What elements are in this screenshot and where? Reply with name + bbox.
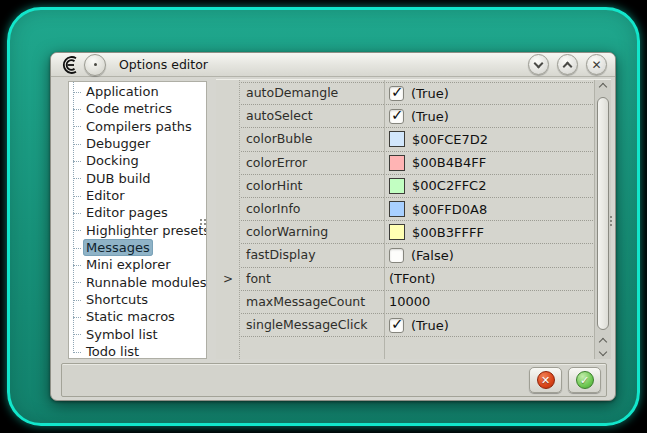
sidebar-item-symbol-list[interactable]: Symbol list [69, 326, 206, 343]
shade-button[interactable] [528, 54, 549, 75]
property-value-text: $00B4B4FF [412, 155, 486, 170]
cancel-button[interactable]: ✕ [529, 367, 562, 393]
property-values-column: (True)(True)$00FCE7D2$00B4B4FF$00C2FFC2$… [386, 80, 593, 359]
sidebar-item-dub-build[interactable]: DUB build [69, 170, 206, 187]
property-checkbox[interactable] [389, 86, 404, 101]
property-color-swatch[interactable] [389, 201, 405, 217]
unshade-button[interactable] [557, 54, 578, 75]
property-names-column: autoDemangleautoSelectcolorBublecolorErr… [241, 80, 384, 359]
property-value[interactable]: $00B3FFFF [386, 221, 593, 244]
property-name[interactable]: colorHint [241, 175, 384, 198]
accept-check-icon: ✓ [576, 371, 594, 389]
window-menu-dot-icon [94, 63, 97, 66]
property-name[interactable]: colorInfo [241, 198, 384, 221]
selected-row-marker-icon: > [216, 268, 240, 291]
sidebar-item-label: Editor [83, 188, 127, 203]
property-grid: > autoDemangleautoSelectcolorBublecolorE… [216, 79, 611, 359]
sidebar-item-compilers-paths[interactable]: Compilers paths [69, 118, 206, 135]
property-value[interactable]: (True) [386, 105, 593, 128]
sidebar-item-label: Compilers paths [83, 119, 195, 134]
property-color-swatch[interactable] [389, 224, 405, 240]
sidebar-item-label: Docking [83, 153, 142, 168]
scroll-down-icon[interactable] [599, 348, 607, 356]
property-color-swatch[interactable] [389, 155, 405, 171]
scrollbar-thumb[interactable] [597, 97, 609, 330]
close-button[interactable]: ✕ [586, 54, 607, 75]
sidebar-item-mini-explorer[interactable]: Mini explorer [69, 256, 206, 273]
property-value[interactable]: $00FCE7D2 [386, 128, 593, 151]
property-value[interactable]: 10000 [386, 291, 593, 314]
property-color-swatch[interactable] [389, 178, 405, 194]
sidebar-item-application[interactable]: Application [69, 83, 206, 100]
category-tree[interactable]: ApplicationCode metricsCompilers pathsDe… [68, 81, 207, 359]
sidebar-item-label: Messages [83, 239, 153, 256]
scroll-up-icon[interactable] [599, 83, 607, 91]
sidebar-item-editor[interactable]: Editor [69, 187, 206, 204]
property-name[interactable]: maxMessageCount [241, 291, 384, 314]
property-name[interactable]: singleMessageClick [241, 314, 384, 337]
tree-grid-splitter[interactable] [208, 81, 216, 359]
grid-column-divider[interactable] [384, 80, 385, 359]
property-value-text: (True) [411, 109, 449, 124]
sidebar-item-debugger[interactable]: Debugger [69, 135, 206, 152]
property-name[interactable]: colorBuble [241, 128, 384, 151]
sidebar-item-label: Debugger [83, 136, 153, 151]
property-name[interactable]: colorError [241, 152, 384, 175]
sidebar-item-label: Runnable modules [83, 275, 207, 290]
app-logo-icon [60, 55, 80, 79]
sidebar-item-label: Todo list [83, 344, 142, 359]
sidebar-item-static-macros[interactable]: Static macros [69, 308, 206, 325]
property-value[interactable]: (False) [386, 244, 593, 267]
property-name[interactable]: autoDemangle [241, 82, 384, 105]
property-value-text: $00B3FFFF [412, 225, 484, 240]
property-color-swatch[interactable] [389, 131, 405, 147]
property-value[interactable]: (TFont) [386, 268, 593, 291]
property-name[interactable]: fastDisplay [241, 244, 384, 267]
property-checkbox[interactable] [389, 318, 404, 333]
property-checkbox[interactable] [389, 248, 404, 263]
scroll-up-icon[interactable] [599, 338, 607, 346]
property-value[interactable]: $00C2FFC2 [386, 175, 593, 198]
close-icon: ✕ [591, 59, 601, 71]
sidebar-item-label: Static macros [83, 309, 178, 324]
property-name[interactable]: font [241, 268, 384, 291]
sidebar-item-label: Mini explorer [83, 257, 174, 272]
window-resize-grip[interactable] [610, 216, 613, 228]
property-value-text: 10000 [389, 294, 430, 309]
cancel-x-icon: ✕ [537, 371, 555, 389]
property-value[interactable]: $00B4B4FF [386, 152, 593, 175]
sidebar-item-label: Editor pages [83, 205, 171, 220]
options-editor-window: Options editor ✕ ApplicationCode metrics… [50, 52, 616, 401]
grid-scrollbar[interactable] [594, 80, 611, 359]
sidebar-item-runnable-modules[interactable]: Runnable modules [69, 274, 206, 291]
sidebar-item-code-metrics[interactable]: Code metrics [69, 100, 206, 117]
property-value[interactable]: $00FFD0A8 [386, 198, 593, 221]
sidebar-item-shortcuts[interactable]: Shortcuts [69, 291, 206, 308]
sidebar-item-editor-pages[interactable]: Editor pages [69, 204, 206, 221]
category-tree-list: ApplicationCode metricsCompilers pathsDe… [69, 82, 206, 359]
property-grid-gutter: > [216, 80, 240, 359]
property-name[interactable]: autoSelect [241, 105, 384, 128]
sidebar-item-label: Application [83, 84, 162, 99]
chevron-down-icon [534, 58, 544, 68]
sidebar-item-highlighter-presets[interactable]: Highlighter presets [69, 222, 206, 239]
sidebar-item-docking[interactable]: Docking [69, 152, 206, 169]
titlebar[interactable]: Options editor ✕ [51, 53, 615, 77]
window-menu-button[interactable] [84, 54, 106, 76]
property-value-text: (True) [411, 86, 449, 101]
accept-button[interactable]: ✓ [568, 367, 601, 393]
splitter-grip-icon [200, 219, 208, 227]
sidebar-item-todo-list[interactable]: Todo list [69, 343, 206, 359]
property-value[interactable]: (True) [386, 314, 593, 337]
property-value-text: $00C2FFC2 [412, 178, 486, 193]
property-value-text: (True) [411, 318, 449, 333]
screenshot-background: Options editor ✕ ApplicationCode metrics… [0, 0, 647, 433]
chevron-up-icon [563, 61, 573, 71]
sidebar-item-messages[interactable]: Messages [69, 239, 206, 256]
property-checkbox[interactable] [389, 109, 404, 124]
property-value[interactable]: (True) [386, 82, 593, 105]
property-value-text: $00FCE7D2 [412, 132, 488, 147]
property-value-text: (TFont) [389, 271, 435, 286]
sidebar-item-label: Highlighter presets [83, 223, 207, 238]
property-name[interactable]: colorWarning [241, 221, 384, 244]
